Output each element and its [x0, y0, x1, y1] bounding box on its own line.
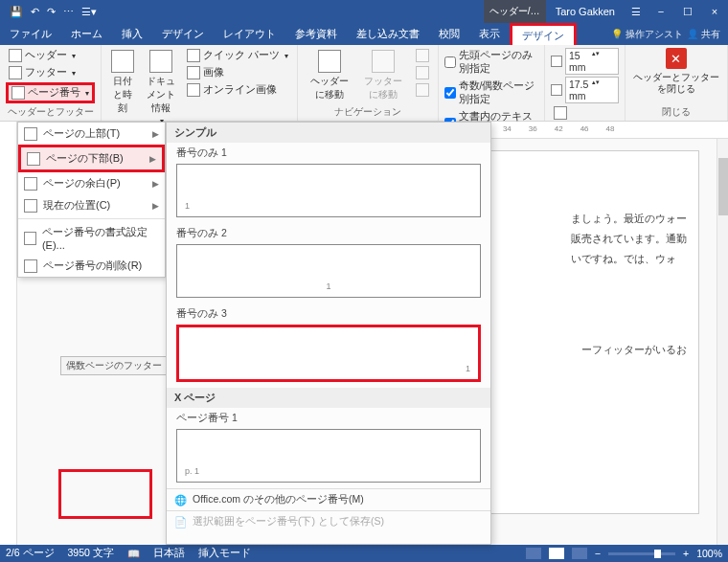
- ribbon-group-close-label: 閉じる: [631, 104, 721, 119]
- gallery-item4[interactable]: p. 1: [176, 429, 481, 483]
- window-close[interactable]: ×: [701, 6, 728, 18]
- zoom-slider[interactable]: [608, 552, 675, 555]
- save-selection-icon: 📄: [174, 516, 187, 528]
- ribbon-group-nav: ヘッダーに移動 フッターに移動 ナビゲーション: [298, 45, 438, 121]
- page-number-gallery: シンプル 番号のみ 1 1 番号のみ 2 1 番号のみ 3 1 X ページ ペー…: [166, 122, 491, 545]
- menu-page-margin[interactable]: ページの余白(P)▶: [18, 172, 165, 194]
- gallery-item2-label: 番号のみ 2: [167, 223, 490, 242]
- zoom-level[interactable]: 100%: [696, 548, 722, 559]
- gallery-item3[interactable]: 1: [176, 325, 481, 382]
- tab-hf-design[interactable]: デザイン: [510, 23, 577, 45]
- qa-custom-icon[interactable]: ⋯: [63, 6, 74, 18]
- goto-header-button[interactable]: ヘッダーに移動: [304, 48, 354, 104]
- ribbon-group-insert: 日付と時刻 ドキュメント情報▾ クイック パーツ▾ 画像 オンライン画像 挿入: [102, 45, 298, 121]
- ribbon-group-hf: ヘッダー▾ フッター▾ ページ番号▾ ヘッダーとフッター: [0, 45, 102, 121]
- undo-icon[interactable]: ↶: [31, 6, 39, 18]
- goto-footer-button[interactable]: フッターに移動: [358, 48, 409, 104]
- online-picture-button[interactable]: オンライン画像: [184, 82, 291, 98]
- ribbon-tabs: ファイル ホーム 挿入 デザイン レイアウト 参考資料 差し込み文書 校閲 表示…: [0, 23, 728, 45]
- page-number-menu: ページの上部(T)▶ ページの下部(B)▶ ページの余白(P)▶ 現在の位置(C…: [17, 122, 166, 278]
- share-button[interactable]: 👤 共有: [687, 28, 720, 41]
- status-words[interactable]: 3950 文字: [68, 547, 114, 560]
- page-number-button[interactable]: ページ番号▾: [6, 82, 95, 103]
- footer-bottom-spin[interactable]: 17.5 mm▴▾: [551, 77, 619, 103]
- page-1[interactable]: ましょう。最近のウォー 販売されています。通勤 いですね。では、ウォ ーフィッタ…: [460, 150, 699, 514]
- footer-tag: 偶数ページのフッター: [60, 356, 168, 375]
- statusbar: 2/6 ページ 3950 文字 📖 日本語 挿入モード − + 100%: [0, 545, 728, 562]
- redo-icon[interactable]: ↷: [47, 6, 56, 18]
- first-page-check[interactable]: 先頭ページのみ別指定: [444, 48, 538, 77]
- document-area: 30 34 36 42 46 48 ましょう。最近のウォー 販売されています。通…: [0, 122, 728, 545]
- header-top-spin[interactable]: 15 mm▴▾: [551, 48, 619, 75]
- save-icon[interactable]: 💾: [10, 6, 23, 18]
- gallery-office-more[interactable]: 🌐Office.com のその他のページ番号(M): [167, 488, 490, 510]
- tab-view[interactable]: 表示: [469, 23, 510, 45]
- tab-references[interactable]: 参考資料: [285, 23, 347, 45]
- view-read-icon[interactable]: [526, 548, 541, 559]
- quick-access: 💾 ↶ ↷ ⋯ ☰▾: [0, 6, 106, 18]
- gallery-item2[interactable]: 1: [176, 244, 481, 298]
- side-text: ーフィッターがいるお: [581, 343, 687, 357]
- gallery-section-simple: シンプル: [167, 123, 490, 143]
- header-button[interactable]: ヘッダー▾: [6, 48, 95, 63]
- tab-layout[interactable]: レイアウト: [214, 23, 285, 45]
- vertical-scrollbar[interactable]: [717, 139, 728, 545]
- menu-bottom-of-page[interactable]: ページの下部(B)▶: [18, 145, 165, 172]
- vertical-ruler: [0, 122, 17, 545]
- menu-remove-page-number[interactable]: ページ番号の削除(R): [18, 255, 165, 277]
- gallery-item1[interactable]: 1: [176, 164, 481, 217]
- menu-current-position[interactable]: 現在の位置(C)▶: [18, 194, 165, 216]
- globe-icon: 🌐: [174, 494, 187, 506]
- ribbon-group-hf-label: ヘッダーとフッター: [6, 104, 95, 119]
- menu-top-of-page[interactable]: ページの上部(T)▶: [18, 123, 165, 145]
- body-text: ましょう。最近のウォー 販売されています。通勤 いですね。では、ウォ: [571, 209, 687, 269]
- status-lang[interactable]: 日本語: [153, 547, 185, 560]
- window-minimize[interactable]: −: [648, 6, 674, 18]
- tell-me[interactable]: 💡 操作アシスト: [611, 28, 683, 41]
- close-hf-label[interactable]: ヘッダーとフッターを閉じる: [631, 72, 721, 95]
- tab-file[interactable]: ファイル: [0, 23, 61, 45]
- picture-button[interactable]: 画像: [184, 65, 291, 80]
- menu-format-page-number[interactable]: ページ番号の書式設定(E)...: [18, 221, 165, 255]
- status-proof-icon[interactable]: 📖: [127, 548, 140, 560]
- view-web-icon[interactable]: [572, 548, 587, 559]
- tab-review[interactable]: 校閲: [429, 23, 469, 45]
- tab-mailings[interactable]: 差し込み文書: [347, 23, 429, 45]
- gallery-save-selection: 📄選択範囲をページ番号(下) として保存(S): [167, 510, 490, 532]
- footer-button[interactable]: フッター▾: [6, 65, 95, 80]
- link-previous-button[interactable]: [413, 82, 432, 98]
- ribbon: ヘッダー▾ フッター▾ ページ番号▾ ヘッダーとフッター 日付と時刻 ドキュメン…: [0, 45, 728, 122]
- status-mode[interactable]: 挿入モード: [198, 547, 251, 560]
- user-name[interactable]: Taro Gakken: [546, 6, 625, 17]
- next-section-button[interactable]: [413, 65, 432, 80]
- close-hf-icon[interactable]: ✕: [666, 48, 687, 69]
- touch-icon[interactable]: ☰▾: [81, 6, 97, 18]
- docinfo-button[interactable]: ドキュメント情報▾: [142, 48, 180, 127]
- ribbon-group-options: 先頭ページのみ別指定 奇数/偶数ページ別指定 文書内のテキストを表示 オプション: [439, 45, 545, 121]
- datetime-button[interactable]: 日付と時刻: [107, 48, 138, 127]
- gallery-item4-label: ページ番号 1: [167, 408, 490, 427]
- ribbon-group-position: 15 mm▴▾ 17.5 mm▴▾ 位置: [545, 45, 626, 121]
- contextual-tab-label: ヘッダー/…: [484, 0, 546, 23]
- odd-even-check[interactable]: 奇数/偶数ページ別指定: [444, 79, 538, 107]
- view-print-icon[interactable]: [549, 548, 564, 559]
- window-maximize[interactable]: ☐: [674, 6, 701, 18]
- titlebar: 💾 ↶ ↷ ⋯ ☰▾ ヘッダー/… Taro Gakken ☰ − ☐ ×: [0, 0, 728, 23]
- quickparts-button[interactable]: クイック パーツ▾: [184, 48, 291, 63]
- prev-section-button[interactable]: [413, 48, 432, 63]
- zoom-in[interactable]: +: [683, 548, 689, 559]
- ribbon-group-close: ✕ ヘッダーとフッターを閉じる 閉じる: [626, 45, 728, 121]
- ribbon-group-nav-label: ナビゲーション: [304, 104, 431, 119]
- tab-home[interactable]: ホーム: [61, 23, 112, 45]
- gallery-item3-label: 番号のみ 3: [167, 303, 490, 323]
- gallery-item1-label: 番号のみ 1: [167, 143, 490, 162]
- status-page[interactable]: 2/6 ページ: [6, 547, 55, 560]
- tab-design[interactable]: デザイン: [152, 23, 214, 45]
- zoom-out[interactable]: −: [595, 548, 601, 559]
- gallery-section-x: X ページ: [167, 388, 490, 408]
- ribbon-display-icon[interactable]: ☰: [625, 6, 648, 18]
- insert-align-tab[interactable]: [551, 105, 619, 121]
- tab-insert[interactable]: 挿入: [112, 23, 152, 45]
